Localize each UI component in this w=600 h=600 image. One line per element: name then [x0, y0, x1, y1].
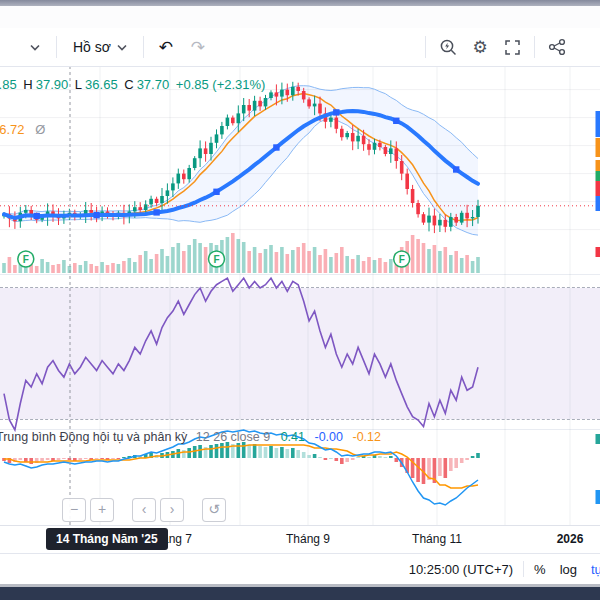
fullscreen-icon — [504, 39, 521, 56]
settings-button[interactable]: ⚙ — [464, 32, 496, 62]
toolbar-left-group: Hồ sơ ↶ ↷ — [0, 28, 214, 66]
toolbar-divider — [56, 36, 57, 58]
toolbar-right-group: ⚙ — [419, 28, 600, 66]
search-flash-icon — [439, 38, 458, 57]
ohlc-high: 37.90 — [36, 77, 69, 92]
reset-view-button[interactable]: ↺ — [202, 498, 226, 522]
ma-indicator-legend[interactable]: 36.72 Ø — [0, 122, 45, 137]
rsi-upper-band-line — [0, 287, 600, 288]
hidden-eye-icon[interactable]: Ø — [35, 122, 45, 137]
ohlc-legend[interactable]: O36.85 H37.90 L36.65 C37.70 +0.85 (+2.31… — [0, 77, 268, 92]
auto-scale-toggle[interactable]: tự động — [591, 562, 600, 577]
rsi-lower-band-line — [0, 419, 600, 420]
status-divider — [523, 561, 524, 577]
toolbar-divider — [534, 36, 535, 58]
chevron-down-icon — [30, 44, 40, 51]
status-bar: 10:25:00 (UTC+7) % log tự động — [0, 553, 600, 584]
profile-dropdown-button[interactable]: Hồ sơ — [63, 32, 137, 62]
toolbar-divider — [143, 36, 144, 58]
time-axis-label: 2026 — [557, 532, 584, 546]
undo-button[interactable]: ↶ — [150, 32, 182, 62]
zoom-out-button[interactable]: − — [62, 498, 86, 522]
quick-search-button[interactable] — [432, 32, 464, 62]
candles — [2, 82, 480, 233]
redo-icon: ↷ — [191, 37, 205, 58]
ohlc-high-label: H — [23, 77, 32, 92]
macd-legend[interactable]: Trung bình Động hội tụ và phân kỳ 12 26 … — [0, 430, 381, 444]
time-axis-label: Tháng 11 — [412, 532, 462, 546]
log-scale-toggle[interactable]: log — [560, 562, 577, 577]
chart-nav-controls: − + ‹ › ↺ — [62, 498, 226, 522]
ohlc-low: 36.65 — [85, 77, 118, 92]
pane-divider[interactable] — [0, 274, 600, 275]
macd-hist-value: 0.41 — [281, 430, 305, 444]
clipped-menu-button[interactable] — [20, 32, 50, 62]
time-axis-label: Tháng 9 — [286, 532, 330, 546]
browser-chrome-gap — [0, 6, 600, 28]
fullscreen-button[interactable] — [496, 32, 528, 62]
ma-fast-line — [4, 94, 478, 221]
svg-text:F: F — [399, 254, 405, 265]
macd-signal-value: -0.12 — [352, 430, 381, 444]
share-icon — [548, 38, 566, 56]
trading-chart-app: { "toolbar": { "profile_label": "Hồ sơ" … — [0, 0, 600, 600]
ohlc-low-label: L — [75, 77, 82, 92]
rsi-oversold-overbought-band — [0, 288, 600, 419]
zoom-in-button[interactable]: + — [90, 498, 114, 522]
macd-line-value: -0.00 — [314, 430, 343, 444]
ma-value: 36.72 — [0, 122, 25, 137]
ohlc-close: 37.70 — [137, 77, 170, 92]
scroll-left-button[interactable]: ‹ — [132, 498, 156, 522]
ohlc-open: O36.85 — [0, 77, 17, 92]
scroll-right-button[interactable]: › — [160, 498, 184, 522]
macd-histogram — [2, 442, 480, 484]
bottom-strip-dark — [0, 587, 600, 600]
profile-dropdown-label: Hồ sơ — [73, 39, 111, 55]
chart-toolbar: Hồ sơ ↶ ↷ ⚙ — [0, 28, 600, 67]
ohlc-change: +0.85 (+2.31%) — [176, 77, 266, 92]
ohlc-close-label: C — [124, 77, 133, 92]
svg-text:F: F — [213, 254, 219, 265]
macd-name: Trung bình Động hội tụ và phân kỳ — [0, 430, 187, 444]
undo-icon: ↶ — [159, 37, 173, 58]
redo-button[interactable]: ↷ — [182, 32, 214, 62]
gear-icon: ⚙ — [472, 39, 487, 56]
crosshair-date-badge: 14 Tháng Năm '25 — [46, 528, 168, 550]
volume-bars — [2, 233, 480, 273]
percent-scale-toggle[interactable]: % — [534, 562, 546, 577]
svg-text:F: F — [23, 254, 29, 265]
clock-label[interactable]: 10:25:00 (UTC+7) — [409, 562, 513, 577]
bollinger-band — [4, 86, 478, 235]
time-axis[interactable]: 14 Tháng Năm '25 Tháng 7Tháng 9Tháng 112… — [0, 525, 600, 554]
ma-slow-line — [4, 109, 478, 219]
chevron-down-icon — [117, 44, 127, 51]
macd-params: 12 26 close 9 — [196, 430, 270, 444]
share-button[interactable] — [541, 32, 573, 62]
financial-report-markers: FFF — [18, 251, 410, 267]
toolbar-divider — [425, 36, 426, 58]
